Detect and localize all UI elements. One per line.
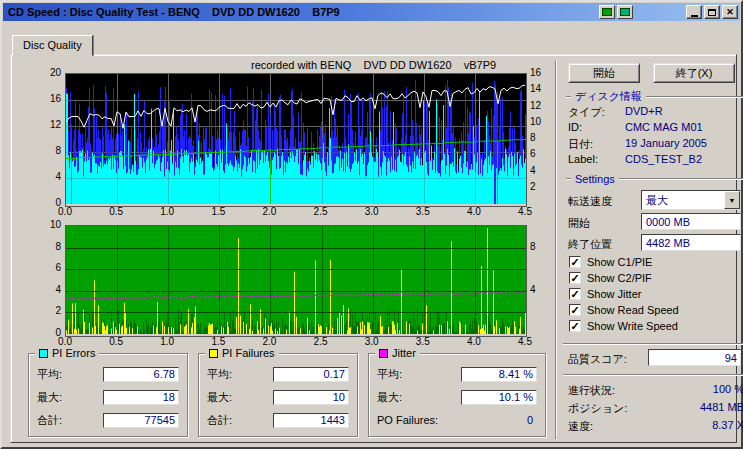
progress-label: 進行状況: [568,383,615,396]
start-position-field[interactable]: 0000 MB [641,213,741,230]
quality-score-value: 94 [648,349,741,366]
disc-label-value: CDS_TEST_B2 [625,153,702,166]
window-controls: ✕ [686,5,738,19]
progress-divider [563,374,743,376]
close-icon: ✕ [726,8,734,17]
avg-label: 平均: [207,367,232,382]
dropdown-button[interactable]: ▼ [724,191,740,209]
max-label: 最大: [207,390,232,405]
po-failures-value: 0 [527,414,537,426]
checkbox-show-c2pif[interactable]: ✓ [569,272,581,284]
disc-info-header: ディスク情報 [566,89,743,104]
checkmark-icon: ✓ [570,273,579,283]
jitter-max-value: 10.1 % [461,390,537,405]
app-window: CD Speed : Disc Quality Test - BENQ DVD … [0,0,743,449]
pi-errors-group: PI Errors 平均:6.78 最大:18 合計:77545 [28,353,188,437]
panel-divider [555,61,557,439]
pi-errors-avg-value: 6.78 [103,367,179,382]
avg-label: 平均: [377,367,402,382]
max-label: 最大: [37,390,62,405]
window-title: CD Speed : Disc Quality Test - BENQ DVD … [3,6,340,18]
pi-failures-color-swatch [209,349,218,358]
pi-failures-total-value: 1443 [273,413,349,428]
checkbox-row-write-speed: ✓ Show Write Speed [569,319,678,332]
graph-window-icon[interactable] [599,5,615,19]
pi-errors-total-value: 77545 [103,413,179,428]
score-divider [563,343,743,345]
pi-failures-legend: PI Failures [205,347,279,359]
checkbox-label: Show Read Speed [587,304,679,316]
chart-recorded-with-label: recorded with BENQ DVD DD DW1620 vB7P9 [251,59,496,71]
transfer-speed-label: 転送速度 [568,194,612,209]
disc-id-value: CMC MAG M01 [625,121,703,134]
speed-label: 速度: [568,419,593,432]
pif-jitter-chart-canvas [66,226,526,334]
end-position-label: 終了位置 [568,237,612,252]
disc-quality-page: recorded with BENQ DVD DD DW1620 vB7P9 2… [10,54,737,443]
pi-failures-group: PI Failures 平均:0.17 最大:10 合計:1443 [198,353,358,437]
chevron-down-icon: ▼ [729,197,736,204]
disc-type-label: タイプ: [568,105,625,118]
pif-chart-left-axis: 1086420 [35,225,63,333]
pie-chart-canvas [66,74,526,204]
checkbox-row-c1pie: ✓ Show C1/PIE [569,255,652,268]
avg-label: 平均: [37,367,62,382]
green-chart-icon [602,8,612,16]
quality-score-label: 品質スコア: [568,352,627,367]
checkbox-show-write-speed[interactable]: ✓ [569,320,581,332]
position-label: ポジション: [568,401,627,414]
pi-failures-title: PI Failures [222,347,275,359]
checkmark-icon: ✓ [570,321,579,331]
progress-value: 100 % [713,383,743,396]
pif-chart-frame [65,225,527,337]
disc-window-icon[interactable] [617,5,633,19]
pi-errors-legend: PI Errors [35,347,99,359]
disc-date-value: 19 January 2005 [625,137,707,150]
end-position-field[interactable]: 4482 MB [641,234,741,251]
exit-button[interactable]: 終了(X) [653,63,735,83]
start-position-label: 開始 [568,216,590,231]
total-label: 合計: [37,413,62,428]
transfer-speed-value: 最大 [642,191,724,209]
checkbox-show-read-speed[interactable]: ✓ [569,304,581,316]
max-label: 最大: [377,390,402,405]
disc-type-value: DVD+R [625,105,663,118]
checkbox-label: Show Write Speed [587,320,678,332]
maximize-button[interactable] [704,5,720,19]
jitter-title: Jitter [392,347,416,359]
settings-header: Settings [566,173,743,185]
position-value: 4481 MB [700,401,743,414]
settings-title: Settings [571,173,619,185]
start-button[interactable]: 開始 [568,63,640,83]
total-label: 合計: [207,413,232,428]
maximize-icon [708,9,716,16]
jitter-color-swatch [379,349,388,358]
divider-line [619,178,743,180]
pie-chart-frame [65,73,527,207]
checkbox-label: Show Jitter [587,288,641,300]
pi-errors-title: PI Errors [52,347,95,359]
minimize-button[interactable] [686,5,702,19]
minimize-icon [691,15,698,17]
green-disc-icon [620,8,630,16]
pi-errors-max-value: 18 [103,390,179,405]
pi-failures-max-value: 10 [273,390,349,405]
pie-chart-left-axis: 201612840 [35,73,63,203]
checkmark-icon: ✓ [570,305,579,315]
titlebar[interactable]: CD Speed : Disc Quality Test - BENQ DVD … [3,3,740,21]
disc-label-label: Label: [568,153,625,166]
checkbox-row-c2pif: ✓ Show C2/PIF [569,271,652,284]
jitter-group: Jitter 平均:8.41 % 最大:10.1 % PO Failures:0 [368,353,546,437]
checkmark-icon: ✓ [570,257,579,267]
checkbox-show-jitter[interactable]: ✓ [569,288,581,300]
checkbox-show-c1pie[interactable]: ✓ [569,256,581,268]
transfer-speed-select[interactable]: 最大 ▼ [641,190,741,210]
tab-disc-quality[interactable]: Disc Quality [12,35,93,56]
pif-chart-x-axis: 0.00.51.01.52.02.53.03.54.04.5 [65,336,525,348]
jitter-legend: Jitter [375,347,420,359]
tab-label: Disc Quality [23,39,82,51]
pi-failures-avg-value: 0.17 [273,367,349,382]
checkbox-row-jitter: ✓ Show Jitter [569,287,641,300]
close-button[interactable]: ✕ [722,5,738,19]
pif-chart-right-axis: 84 [527,225,549,333]
